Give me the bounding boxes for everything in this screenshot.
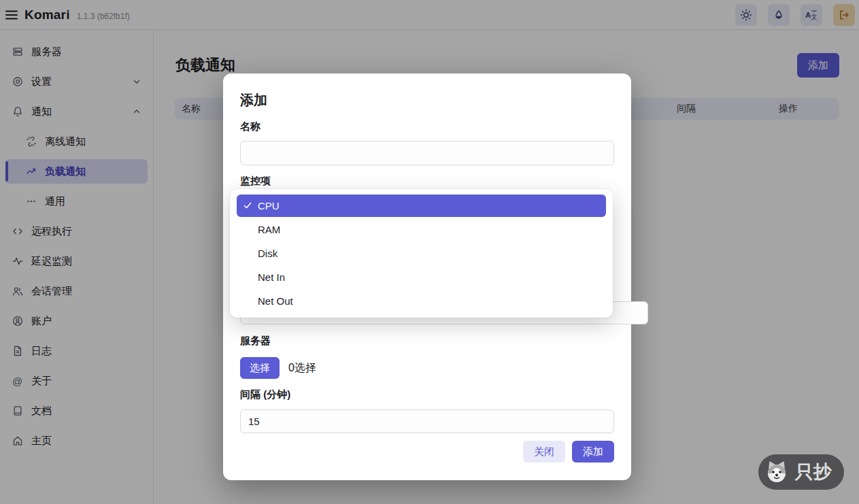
interval-label: 间隔 (分钟) [240, 388, 290, 401]
dropdown-option-net-out[interactable]: Net Out [237, 290, 606, 312]
option-label: Net Out [258, 295, 293, 307]
dialog-footer: 关闭 添加 [523, 441, 614, 463]
name-input[interactable] [240, 141, 614, 165]
server-select-row: 选择 0选择 [240, 357, 316, 379]
option-label: RAM [258, 224, 280, 235]
mascot-icon [763, 458, 790, 486]
monitor-dropdown: CPU RAM Disk Net In Net Out [230, 189, 613, 318]
name-label: 名称 [240, 120, 614, 133]
dropdown-option-ram[interactable]: RAM [237, 218, 606, 241]
option-label: Disk [258, 248, 277, 259]
close-button[interactable]: 关闭 [523, 441, 565, 463]
selected-count: 0选择 [288, 361, 316, 375]
dropdown-option-net-in[interactable]: Net In [237, 266, 606, 288]
dropdown-option-cpu[interactable]: CPU [237, 195, 606, 217]
select-servers-button[interactable]: 选择 [240, 357, 280, 379]
check-icon [243, 201, 252, 210]
monitor-label: 监控项 [240, 175, 614, 187]
watermark-text: 只抄 [795, 460, 832, 484]
server-label: 服务器 [240, 335, 271, 347]
dropdown-option-disk[interactable]: Disk [237, 242, 606, 265]
add-dialog: 添加 名称 监控项 服务器 选择 0选择 间隔 (分钟) 关闭 添加 CPU R… [223, 73, 631, 480]
option-label: Net In [258, 271, 285, 283]
dialog-title: 添加 [240, 90, 614, 110]
option-label: CPU [258, 200, 280, 212]
watermark-badge: 只抄 [758, 454, 844, 490]
interval-input[interactable] [240, 409, 614, 433]
submit-add-button[interactable]: 添加 [572, 441, 614, 463]
